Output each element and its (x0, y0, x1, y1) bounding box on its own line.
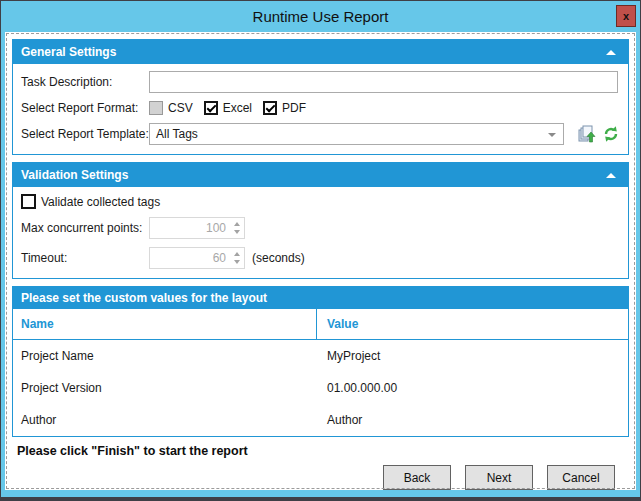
title-bar: Runtime Use Report x (1, 1, 640, 32)
csv-checkbox-label: CSV (168, 101, 193, 115)
collapse-up-icon (606, 173, 616, 178)
report-template-value: All Tags (156, 127, 198, 141)
excel-checkbox-label: Excel (223, 101, 252, 115)
back-button[interactable]: Back (383, 465, 451, 490)
task-description-input[interactable] (149, 71, 618, 93)
report-template-dropdown[interactable]: All Tags (149, 123, 564, 145)
collapse-up-icon (606, 50, 616, 55)
general-settings-section: General Settings Task Description: Selec… (12, 39, 629, 155)
timeout-spinner (149, 247, 245, 269)
spinner-arrows (229, 222, 244, 234)
column-header-name: Name (13, 309, 316, 339)
timeout-label: Timeout: (21, 251, 149, 265)
row-name: Author (13, 404, 316, 436)
task-description-label: Task Description: (21, 75, 149, 89)
row-value[interactable]: MyProject (316, 340, 628, 372)
validate-tags-label: Validate collected tags (41, 195, 160, 209)
custom-values-header: Please set the custom values for the lay… (13, 287, 628, 309)
timeout-input (150, 251, 229, 265)
dialog-title: Runtime Use Report (253, 8, 389, 25)
format-checkbox-group: CSV Excel PDF (149, 101, 317, 115)
validate-tags-row: Validate collected tags (13, 187, 628, 213)
custom-values-title: Please set the custom values for the lay… (21, 291, 267, 305)
report-format-row: Select Report Format: CSV Excel PDF (13, 97, 628, 119)
custom-values-table-header: Name Value (13, 309, 628, 340)
excel-checkbox[interactable] (204, 101, 218, 115)
table-row: Project Version 01.00.000.00 (13, 372, 628, 404)
pdf-checkbox[interactable] (263, 101, 277, 115)
table-row: Project Name MyProject (13, 340, 628, 372)
row-value[interactable]: Author (316, 404, 628, 436)
row-name: Project Version (13, 372, 316, 404)
refresh-templates-icon[interactable] (602, 125, 620, 143)
column-header-value: Value (316, 309, 628, 339)
max-points-label: Max concurrent points: (21, 221, 149, 235)
spin-down-icon (234, 230, 240, 234)
validation-settings-section: Validation Settings Validate collected t… (12, 162, 629, 279)
dialog-client-area: General Settings Task Description: Selec… (5, 32, 636, 490)
general-settings-title: General Settings (21, 45, 116, 59)
report-format-label: Select Report Format: (21, 101, 149, 115)
close-button[interactable]: x (616, 5, 636, 27)
table-row: Author Author (13, 404, 628, 436)
general-settings-header[interactable]: General Settings (13, 40, 628, 64)
finish-instruction: Please click "Finish" to start the repor… (17, 444, 629, 458)
validation-settings-header[interactable]: Validation Settings (13, 163, 628, 187)
spin-up-icon (234, 252, 240, 256)
close-icon: x (623, 10, 629, 22)
spin-down-icon (234, 260, 240, 264)
row-value[interactable]: 01.00.000.00 (316, 372, 628, 404)
pdf-checkbox-label: PDF (282, 101, 306, 115)
spinner-arrows (229, 252, 244, 264)
report-template-label: Select Report Template: (21, 127, 149, 141)
report-template-row: Select Report Template: All Tags (13, 119, 628, 154)
validation-settings-title: Validation Settings (21, 168, 128, 182)
custom-values-section: Please set the custom values for the lay… (12, 286, 629, 437)
dialog-buttons: Back Next Cancel (12, 465, 629, 490)
max-points-row: Max concurrent points: (13, 213, 628, 243)
task-description-row: Task Description: (13, 64, 628, 97)
dialog-window: Runtime Use Report x General Settings Ta… (0, 0, 641, 501)
timeout-unit-label: (seconds) (252, 251, 305, 265)
chevron-down-icon (548, 133, 556, 137)
csv-checkbox (149, 101, 163, 115)
export-template-icon[interactable] (578, 125, 596, 143)
timeout-row: Timeout: (seconds) (13, 243, 628, 278)
template-actions (572, 125, 620, 143)
max-points-spinner (149, 217, 245, 239)
cancel-button[interactable]: Cancel (547, 465, 615, 490)
validate-tags-checkbox[interactable] (21, 194, 36, 209)
spin-up-icon (234, 222, 240, 226)
next-button[interactable]: Next (465, 465, 533, 490)
row-name: Project Name (13, 340, 316, 372)
max-points-input (150, 221, 229, 235)
